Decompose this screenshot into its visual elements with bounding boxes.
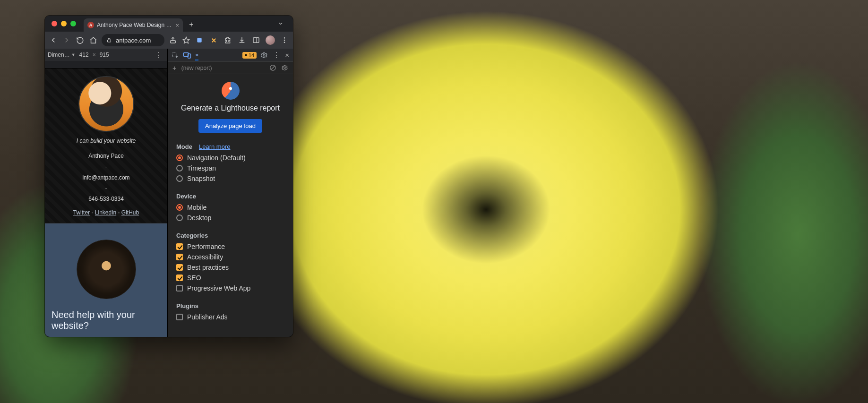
download-icon[interactable] [237, 35, 247, 45]
svg-point-6 [284, 37, 285, 39]
radio-icon [176, 204, 183, 211]
category-performance[interactable]: Performance [176, 243, 284, 250]
checkbox-icon [176, 285, 183, 292]
svg-rect-4 [253, 38, 259, 43]
category-seo[interactable]: SEO [176, 274, 284, 282]
analyze-button[interactable]: Analyze page load [198, 119, 262, 133]
nav-reload-button[interactable] [75, 35, 85, 45]
mode-heading: Mode [176, 143, 192, 150]
svg-point-12 [263, 54, 265, 56]
device-label: Dimen… [48, 51, 70, 58]
chrome-menu-icon[interactable] [280, 35, 289, 45]
linkedin-link[interactable]: LinkedIn [95, 209, 116, 216]
category-pwa[interactable]: Progressive Web App [176, 284, 284, 292]
inspect-element-icon[interactable] [172, 51, 179, 59]
browser-tab[interactable]: A Anthony Pace Web Design and… × [84, 18, 183, 32]
window-close-button[interactable] [52, 21, 57, 26]
author-name: Anthony Pace [51, 151, 162, 162]
device-dropdown[interactable]: Dimen… ▼ [48, 51, 76, 58]
github-link[interactable]: GitHub [121, 209, 139, 216]
learn-more-link[interactable]: Learn more [199, 143, 230, 150]
warnings-count: 14 [249, 52, 254, 58]
device-height-input[interactable]: 915 [100, 51, 109, 58]
devtools-settings-icon[interactable] [260, 51, 268, 59]
device-preview-column: Dimen… ▼ 412 × 915 ⋮ I can build your we… [45, 49, 168, 337]
plugin-publisher-ads[interactable]: Publisher Ads [176, 313, 284, 321]
contact-phone[interactable]: 646-533-0334 [51, 194, 162, 205]
site-section: Need help with your website? I specializ… [45, 223, 167, 337]
checkbox-icon [176, 314, 183, 320]
device-toolbar-more-icon[interactable]: ⋮ [153, 51, 164, 60]
titlebar: A Anthony Pace Web Design and… × + [45, 16, 293, 32]
window-minimize-button[interactable] [61, 21, 67, 26]
separator: - [51, 183, 162, 194]
url-input[interactable]: antpace.com [102, 34, 164, 46]
radio-icon [176, 165, 183, 171]
extensions-menu-icon[interactable] [223, 35, 232, 45]
device-ruler [45, 61, 167, 69]
clear-icon[interactable] [269, 64, 276, 71]
option-label: Performance [187, 243, 225, 250]
mode-option-timespan[interactable]: Timespan [176, 164, 284, 172]
browser-toolbar: antpace.com [45, 32, 293, 49]
new-tab-button[interactable]: + [186, 19, 197, 30]
mode-option-navigation[interactable]: Navigation (Default) [176, 154, 284, 162]
device-toggle-icon[interactable] [183, 51, 191, 59]
contact-email[interactable]: info@antpace.com [51, 172, 162, 183]
svg-rect-3 [197, 38, 201, 42]
nav-home-button[interactable] [88, 35, 98, 45]
separator: - [51, 162, 162, 172]
page-preview[interactable]: I can build your website Anthony Pace - … [45, 69, 167, 337]
devtools-more-tabs[interactable]: » [195, 51, 198, 60]
device-toolbar: Dimen… ▼ 412 × 915 ⋮ [45, 49, 167, 61]
option-label: Publisher Ads [187, 313, 228, 321]
checkbox-icon [176, 274, 183, 281]
devtools-tabstrip: » 14 ⋮ × [168, 49, 293, 62]
categories-section: Categories Performance Accessibility [176, 232, 284, 292]
sidepanel-icon[interactable] [251, 35, 261, 45]
browser-content: Dimen… ▼ 412 × 915 ⋮ I can build your we… [45, 49, 293, 337]
tagline-text: I can build your website [51, 137, 162, 144]
lighthouse-subbar: + (new report) [168, 62, 293, 74]
nav-back-button[interactable] [49, 35, 58, 45]
window-tabs-dropdown[interactable] [275, 19, 286, 28]
share-icon[interactable] [168, 35, 178, 45]
extensions-row [195, 35, 289, 45]
twitter-link[interactable]: Twitter [73, 209, 90, 216]
social-links: Twitter - LinkedIn - GitHub [51, 207, 162, 218]
report-dropdown[interactable]: (new report) [181, 65, 212, 71]
mode-section: Mode Learn more Navigation (Default) Tim… [176, 143, 284, 182]
svg-rect-0 [108, 40, 111, 43]
profile-avatar-icon[interactable] [266, 35, 275, 45]
lighthouse-title: Generate a Lighthouse report [176, 103, 284, 113]
devtools-more-icon[interactable]: ⋮ [272, 51, 281, 60]
x-separator: × [93, 51, 96, 58]
category-accessibility[interactable]: Accessibility [176, 253, 284, 261]
device-option-mobile[interactable]: Mobile [176, 204, 284, 211]
new-report-button[interactable]: + [172, 64, 177, 72]
warnings-badge[interactable]: 14 [242, 52, 257, 59]
browser-window: A Anthony Pace Web Design and… × + antpa… [45, 16, 293, 337]
bookmark-star-icon[interactable] [181, 35, 191, 45]
url-text: antpace.com [116, 37, 151, 44]
device-option-desktop[interactable]: Desktop [176, 214, 284, 222]
plugins-section: Plugins Publisher Ads [176, 302, 284, 321]
devtools-close-icon[interactable]: × [285, 51, 289, 59]
svg-point-8 [284, 42, 285, 43]
category-best-practices[interactable]: Best practices [176, 264, 284, 271]
extension-icon[interactable] [195, 35, 204, 45]
mode-option-snapshot[interactable]: Snapshot [176, 175, 284, 182]
svg-point-15 [284, 67, 286, 69]
device-section: Device Mobile Desktop [176, 193, 284, 222]
plugins-heading: Plugins [176, 302, 198, 309]
tab-close-icon[interactable]: × [175, 22, 179, 29]
previewed-site: I can build your website Anthony Pace - … [45, 69, 167, 337]
option-label: Snapshot [187, 175, 215, 182]
window-zoom-button[interactable] [70, 21, 76, 26]
extension-icon[interactable] [209, 35, 218, 45]
device-width-input[interactable]: 412 [79, 51, 89, 58]
lighthouse-settings-icon[interactable] [281, 64, 288, 71]
option-label: Best practices [187, 264, 229, 271]
section-heading: Need help with your website? [52, 309, 161, 331]
nav-forward-button[interactable] [62, 35, 71, 45]
